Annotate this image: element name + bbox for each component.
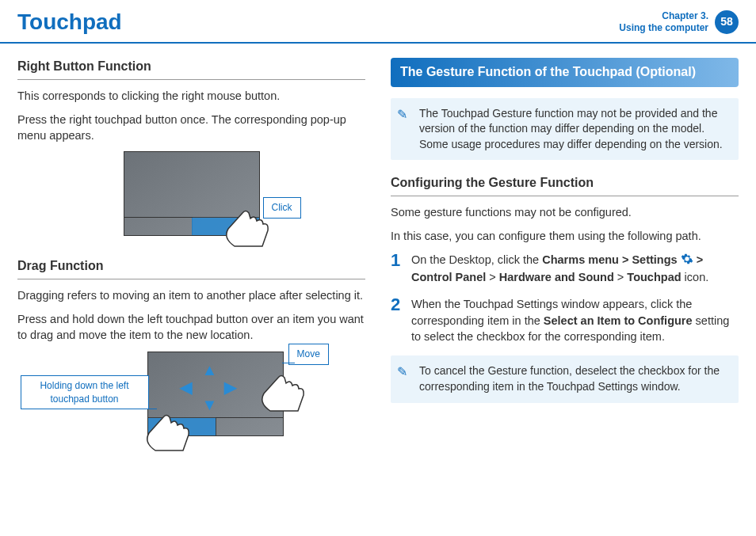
- chapter-info: Chapter 3. Using the computer 58: [619, 10, 739, 34]
- right-column: The Gesture Function of the Touchpad (Op…: [391, 58, 739, 481]
- step-2: 2 When the Touchpad Settings window appe…: [391, 296, 739, 344]
- left-column: Right Button Function This corresponds t…: [17, 58, 365, 481]
- note-1-text: The Touchpad Gesture function may not be…: [419, 107, 723, 150]
- hand-icon: [219, 207, 274, 254]
- drag-figure: ▲ ◀ ▶ ▼ Move Holding down the left touch…: [17, 352, 365, 462]
- step1-text-a: On the Desktop, click the: [411, 253, 542, 266]
- note-2-text: To cancel the Gesture function, deselect…: [419, 364, 720, 393]
- step-number: 2: [391, 296, 411, 314]
- gesture-section-bar: The Gesture Function of the Touchpad (Op…: [391, 58, 739, 86]
- page-header: Touchpad Chapter 3. Using the computer 5…: [0, 0, 756, 44]
- step-number: 1: [391, 252, 411, 269]
- note-icon: ✎: [397, 363, 407, 381]
- step1-control-panel: Control Panel: [411, 271, 486, 283]
- page-title: Touchpad: [17, 6, 122, 37]
- step2-select-item: Select an Item to Configure: [544, 314, 693, 327]
- config-p1: Some gesture functions may not be config…: [391, 204, 739, 220]
- drag-p2: Press and hold down the left touchpad bu…: [17, 311, 365, 344]
- right-button-heading: Right Button Function: [17, 58, 365, 75]
- gesture-note-2: ✎ To cancel the Gesture function, desele…: [391, 355, 739, 402]
- step1-hardware: Hardware and Sound: [499, 271, 614, 283]
- step1-charms: Charms menu > Settings: [542, 253, 677, 266]
- chapter-number: Chapter 3.: [619, 10, 708, 21]
- hold-callout: Holding down the left touchpad button: [21, 375, 149, 410]
- gesture-note-1: ✎ The Touchpad Gesture function may not …: [391, 98, 739, 161]
- hand-right-icon: [254, 371, 310, 419]
- drag-heading: Drag Function: [17, 257, 365, 275]
- chapter-title: Using the computer: [619, 22, 708, 33]
- hand-left-icon: [139, 411, 195, 458]
- right-button-p1: This corresponds to clicking the right m…: [17, 88, 365, 104]
- move-callout: Move: [288, 344, 329, 365]
- config-p2: In this case, you can configure them usi…: [391, 228, 739, 244]
- right-button-p2: Press the right touchpad button once. Th…: [17, 112, 365, 144]
- right-click-figure: Click: [17, 151, 365, 238]
- note-icon: ✎: [397, 106, 407, 124]
- page-number-badge: 58: [715, 10, 739, 34]
- step-1: 1 On the Desktop, click the Charms menu …: [391, 252, 739, 285]
- step1-touchpad: Touchpad: [627, 271, 681, 283]
- drag-p1: Dragging refers to moving an item to ano…: [17, 287, 365, 303]
- gear-icon: [681, 253, 693, 269]
- config-heading: Configuring the Gesture Function: [391, 174, 739, 192]
